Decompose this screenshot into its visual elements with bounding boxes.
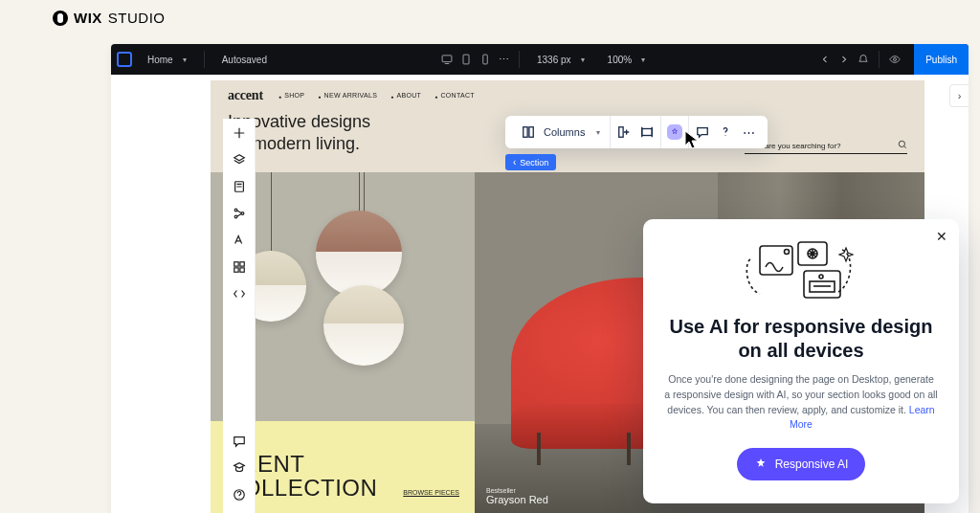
wix-studio-logo: WIXSTUDIO [53,10,166,26]
svg-rect-14 [523,127,527,138]
autosave-status: Autosaved [214,50,275,69]
cta-label: Responsive AI [775,457,849,471]
site-header: accent SHOP NEW ARRIVALS ABOUT CONTACT [211,80,924,111]
stretch-icon[interactable] [639,124,655,140]
svg-point-13 [899,141,904,146]
caption-value: Grayson Red [486,494,548,505]
brand-bold: WIX [74,10,102,26]
svg-rect-10 [234,268,237,272]
responsive-ai-button[interactable]: Responsive AI [737,448,866,480]
add-column-icon[interactable] [616,124,632,140]
wix-logo-icon [53,11,68,26]
toolbar-help-icon[interactable] [718,124,733,140]
device-switcher: ⋯ [441,54,509,66]
left-rail [223,119,256,513]
sparkle-ai-icon[interactable] [667,124,682,140]
svg-point-19 [785,250,790,255]
redo-icon[interactable] [838,54,850,65]
browse-link[interactable]: BROWSE PIECES [403,489,459,500]
svg-rect-11 [239,268,243,272]
toolbar-more-icon[interactable]: ⋯ [741,124,756,140]
misc-tools: ⋯ [689,116,762,148]
svg-rect-1 [463,55,469,64]
publish-button[interactable]: Publish [914,44,969,75]
popup-title: Use AI for responsive design on all devi… [664,315,938,363]
site-brand[interactable]: accent [228,88,263,103]
nav-shop[interactable]: SHOP [278,92,304,99]
text-theme-icon[interactable] [231,232,248,249]
layers-icon[interactable] [231,151,248,168]
svg-rect-9 [239,262,243,266]
site-nav: SHOP NEW ARRIVALS ABOUT CONTACT [278,92,475,99]
inspector-toggle-icon[interactable] [949,84,969,107]
more-breakpoints-icon[interactable]: ⋯ [499,54,509,66]
popup-illustration [664,240,938,301]
add-icon[interactable] [231,124,248,142]
close-icon[interactable]: ✕ [936,229,947,244]
svg-rect-15 [529,127,533,138]
site-search[interactable]: What are you searching for? [745,140,907,154]
layout-tools [611,116,661,148]
sparkle-icon [754,457,768,471]
editor-topbar: Home Autosaved ⋯ 1336 px 100% Publish [111,44,969,75]
nav-about[interactable]: ABOUT [390,92,421,99]
svg-point-24 [819,275,823,279]
desktop-icon[interactable] [441,54,453,65]
section-edit-toolbar: Columns ⋯ [505,116,768,148]
zoom-level[interactable]: 100% [600,50,654,69]
notifications-icon[interactable] [858,54,869,65]
product-caption: Bestseller Grayson Red [475,480,560,513]
site-structure-icon[interactable] [231,205,248,222]
cursor-icon [684,130,700,149]
responsive-ai-popup: ✕ Use AI for responsive design on all de… [643,219,959,503]
columns-label: Columns [544,126,585,138]
svg-point-7 [241,212,244,215]
page-name: Home [147,55,173,65]
pages-icon[interactable] [231,178,248,195]
caption-key: Bestseller [486,487,548,494]
page-selector[interactable]: Home [140,50,194,69]
columns-icon [521,124,536,140]
svg-point-3 [894,58,897,61]
brand-light: STUDIO [108,10,166,26]
nav-new[interactable]: NEW ARRIVALS [318,92,377,99]
mobile-icon[interactable] [479,54,491,65]
section-chip[interactable]: Section [505,154,556,170]
comments-icon[interactable] [231,433,248,450]
code-icon[interactable] [231,285,248,302]
nav-contact[interactable]: CONTACT [434,92,475,99]
canvas-width[interactable]: 1336 px [529,50,592,69]
svg-rect-0 [442,56,452,62]
svg-rect-2 [483,55,488,64]
popup-body: Once you're done designing the page on D… [664,372,938,433]
svg-point-5 [234,209,237,212]
help-icon[interactable] [231,486,248,503]
svg-point-6 [234,215,237,218]
app-menu-icon[interactable] [117,52,132,67]
search-icon[interactable] [898,140,907,151]
apps-icon[interactable] [231,258,248,276]
undo-icon[interactable] [819,54,831,65]
preview-icon[interactable] [889,54,901,65]
learn-icon[interactable] [231,459,248,477]
tablet-icon[interactable] [460,54,472,65]
svg-rect-17 [642,129,653,136]
svg-rect-16 [619,127,623,138]
svg-rect-8 [234,262,237,266]
layout-dropdown[interactable]: Columns [511,116,611,148]
